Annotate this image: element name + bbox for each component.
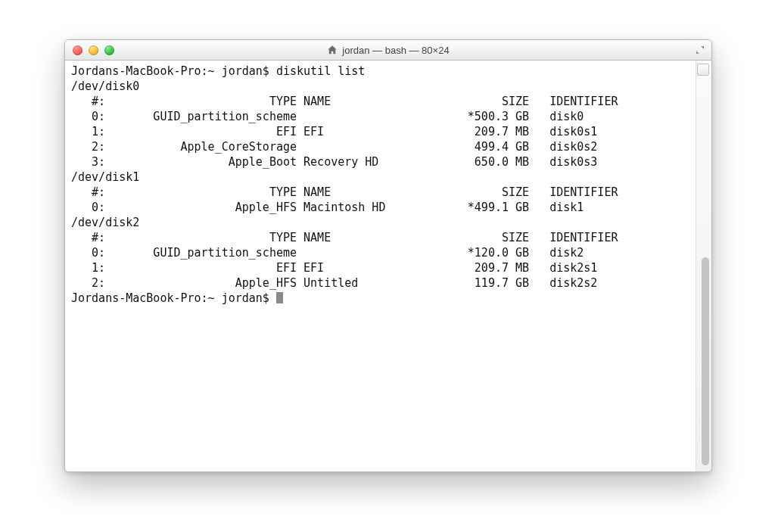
zoom-button[interactable] bbox=[104, 45, 114, 55]
titlebar[interactable]: jordan — bash — 80×24 bbox=[65, 40, 711, 61]
cursor bbox=[276, 292, 283, 303]
terminal-window: jordan — bash — 80×24 Jordans-MacBook-Pr… bbox=[64, 39, 712, 472]
home-icon bbox=[327, 45, 338, 55]
fullscreen-button[interactable] bbox=[695, 40, 705, 60]
close-button[interactable] bbox=[73, 45, 82, 55]
terminal-output: Jordans-MacBook-Pro:~ jordan$ diskutil l… bbox=[71, 64, 691, 306]
minimize-button[interactable] bbox=[89, 45, 98, 55]
gutter-square-icon[interactable] bbox=[697, 64, 709, 76]
terminal-content[interactable]: Jordans-MacBook-Pro:~ jordan$ diskutil l… bbox=[65, 61, 696, 471]
window-title: jordan — bash — 80×24 bbox=[327, 45, 449, 56]
traffic-lights bbox=[73, 40, 114, 60]
window-title-text: jordan — bash — 80×24 bbox=[342, 45, 449, 56]
right-gutter bbox=[696, 61, 711, 471]
scrollbar-thumb[interactable] bbox=[702, 257, 709, 465]
